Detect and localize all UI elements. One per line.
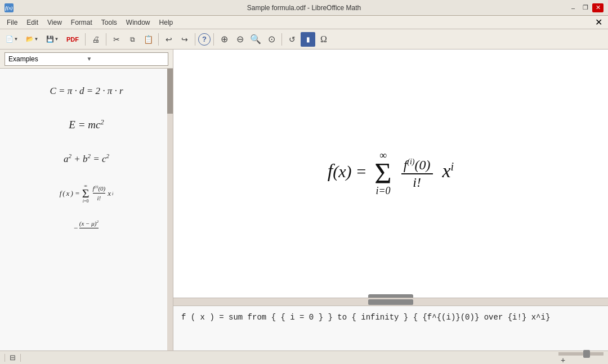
fraction-display: f(i)(0) i! [93, 185, 106, 203]
sidebar-scrollbar-thumb[interactable] [167, 69, 173, 114]
menu-edit[interactable]: Edit [22, 17, 43, 28]
sidebar-header: Examples ▼ [0, 50, 173, 69]
window-controls: – ❐ ✕ [567, 3, 603, 12]
help-button[interactable]: ? [198, 33, 211, 46]
window-title: Sample formula.odf - LibreOffice Math [0, 4, 608, 12]
formula-toggle-button[interactable]: ▮ [301, 32, 315, 47]
pdf-button[interactable]: PDF [63, 32, 82, 47]
maximize-button[interactable]: ❐ [580, 3, 591, 12]
fraction-display: (x − μ)2 [79, 219, 99, 237]
redo-icon: ↪ [181, 35, 188, 44]
sidebar: Examples ▼ C = π · d = 2 · π · r E = mc2 [0, 50, 173, 350]
zoom-out-button[interactable]: ⊖ [233, 32, 247, 47]
save-icon: 💾 [46, 35, 54, 43]
sigma-icon: ∞ Σ i=0 [374, 150, 391, 197]
canvas-scrollbar-thumb[interactable] [368, 299, 413, 305]
paste-icon: 📋 [144, 35, 153, 44]
toolbar-sep-2 [106, 33, 106, 46]
statusbar: ⊟ – + 440% [0, 350, 608, 364]
dropdown-arrow-icon: ▼ [87, 56, 165, 62]
refresh-button[interactable]: ↺ [285, 32, 299, 47]
statusbar-icon: ⊟ [10, 353, 16, 362]
new-icon: 📄 [6, 35, 14, 43]
minimize-button[interactable]: – [567, 3, 579, 12]
zoom-slider[interactable] [558, 352, 603, 356]
zoom-full-icon: ⊙ [268, 34, 275, 44]
zoom-full-button[interactable]: ⊙ [264, 32, 279, 47]
list-item[interactable]: C = π · d = 2 · π · r [0, 74, 173, 108]
fraction-display: f(i)(0) i! [401, 157, 433, 191]
toolbar-sep-5 [213, 33, 214, 46]
formula-display: − (x − μ)2 [73, 219, 100, 237]
formula-cursor-icon: ▮ [306, 35, 310, 43]
menu-help[interactable]: Help [155, 17, 178, 28]
open-icon: 📂 [26, 35, 34, 43]
print-button[interactable]: 🖨 [88, 32, 103, 47]
formula-display: a2 + b2 = c2 [64, 152, 109, 165]
zoom-in-icon: ⊕ [221, 34, 228, 44]
toolbar-sep-4 [195, 33, 195, 46]
toolbar-sep-6 [281, 33, 282, 46]
formula-editor[interactable]: f ( x ) = sum from { { i = 0 } } to { in… [173, 305, 608, 350]
statusbar-sep-1 [5, 354, 5, 362]
open-button[interactable]: 📂 ▼ [23, 32, 42, 47]
undo-icon: ↩ [166, 35, 172, 44]
refresh-icon: ↺ [289, 35, 296, 44]
copy-icon: ⧉ [130, 35, 135, 43]
statusbar-sep-2 [20, 354, 21, 362]
list-item[interactable]: f(x) = ∞ Σ i=0 f(i)(0) i! xi [0, 176, 173, 212]
main-formula-display: f(x) = ∞ Σ i=0 f(i)(0) i! [328, 150, 454, 197]
list-item[interactable]: − (x − μ)2 [0, 212, 173, 245]
close-panel-button[interactable]: ✕ [592, 17, 606, 28]
formula-display: E = mc2 [69, 118, 104, 131]
main-area: Examples ▼ C = π · d = 2 · π · r E = mc2 [0, 50, 608, 350]
menubar: File Edit View Format Tools Window Help … [0, 16, 608, 29]
menu-file[interactable]: File [2, 17, 22, 28]
omega-icon: Ω [320, 34, 327, 44]
copy-button[interactable]: ⧉ [125, 32, 140, 47]
undo-button[interactable]: ↩ [162, 32, 176, 47]
redo-button[interactable]: ↪ [177, 32, 192, 47]
cut-button[interactable]: ✂ [109, 32, 124, 47]
zoom-in-button[interactable]: ⊕ [217, 32, 231, 47]
menu-window[interactable]: Window [122, 17, 155, 28]
list-item[interactable]: a2 + b2 = c2 [0, 142, 173, 176]
omega-button[interactable]: Ω [316, 32, 331, 47]
paste-button[interactable]: 📋 [141, 32, 155, 47]
formula-display: f(x) = ∞ Σ i=0 f(i)(0) i! xi [60, 183, 114, 204]
zoom-fit-icon: 🔍 [250, 34, 261, 44]
formula-display: C = π · d = 2 · π · r [50, 86, 123, 97]
close-button[interactable]: ✕ [592, 3, 603, 12]
toolbar: 📄 ▼ 📂 ▼ 💾 ▼ PDF 🖨 ✂ ⧉ 📋 ↩ ↪ ? ⊕ ⊖ 🔍 [0, 29, 608, 50]
zoom-slider-thumb[interactable] [583, 350, 590, 358]
cut-icon: ✂ [113, 35, 120, 44]
examples-dropdown-label: Examples [8, 55, 87, 63]
examples-dropdown[interactable]: Examples ▼ [5, 52, 168, 66]
save-button[interactable]: 💾 ▼ [43, 32, 62, 47]
zoom-out-icon: ⊖ [236, 34, 244, 44]
toolbar-sep-1 [85, 33, 86, 46]
sidebar-content: C = π · d = 2 · π · r E = mc2 a2 + b2 = … [0, 69, 173, 350]
pdf-icon: PDF [66, 36, 79, 43]
toolbar-sep-3 [158, 33, 159, 46]
zoom-in-button[interactable]: + [558, 356, 567, 365]
app-icon: f(x) [5, 3, 14, 12]
print-icon: 🖨 [92, 35, 100, 44]
canvas-horizontal-scrollbar[interactable] [173, 298, 608, 305]
menu-format[interactable]: Format [66, 17, 97, 28]
menu-view[interactable]: View [43, 17, 66, 28]
formula-canvas: f(x) = ∞ Σ i=0 f(i)(0) i! [173, 50, 608, 298]
new-button[interactable]: 📄 ▼ [2, 32, 21, 47]
menu-tools[interactable]: Tools [97, 17, 122, 28]
zoom-fit-button[interactable]: 🔍 [248, 32, 263, 47]
titlebar: f(x) Sample formula.odf - LibreOffice Ma… [0, 0, 608, 16]
formula-code: f ( x ) = sum from { { i = 0 } } to { in… [181, 313, 550, 322]
canvas-area: f(x) = ∞ Σ i=0 f(i)(0) i! [173, 50, 608, 350]
sidebar-scrollbar[interactable] [167, 69, 173, 350]
sigma-icon: ∞ Σ i=0 [82, 183, 90, 204]
list-item[interactable]: E = mc2 [0, 108, 173, 142]
